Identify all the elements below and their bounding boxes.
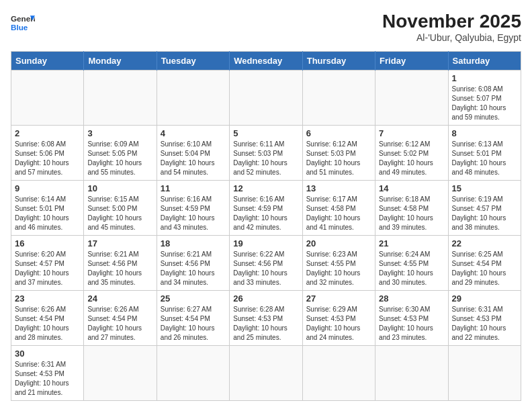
day-info: Sunrise: 6:13 AM Sunset: 5:01 PM Dayligh… — [452, 140, 517, 177]
calendar-cell: 20Sunrise: 6:23 AM Sunset: 4:55 PM Dayli… — [302, 236, 375, 291]
day-info: Sunrise: 6:21 AM Sunset: 4:56 PM Dayligh… — [87, 250, 152, 287]
calendar-cell: 16Sunrise: 6:20 AM Sunset: 4:57 PM Dayli… — [11, 236, 84, 291]
calendar-cell: 10Sunrise: 6:15 AM Sunset: 5:00 PM Dayli… — [84, 181, 157, 236]
weekday-friday: Friday — [375, 52, 448, 71]
calendar-cell — [302, 71, 375, 126]
day-info: Sunrise: 6:23 AM Sunset: 4:55 PM Dayligh… — [306, 250, 371, 287]
calendar-cell: 12Sunrise: 6:16 AM Sunset: 4:59 PM Dayli… — [230, 181, 302, 236]
calendar-cell — [157, 346, 229, 401]
weekday-sunday: Sunday — [11, 52, 84, 71]
day-number: 7 — [379, 128, 444, 138]
day-number: 27 — [306, 293, 371, 304]
day-info: Sunrise: 6:28 AM Sunset: 4:53 PM Dayligh… — [233, 305, 298, 342]
day-info: Sunrise: 6:30 AM Sunset: 4:53 PM Dayligh… — [379, 305, 444, 342]
day-info: Sunrise: 6:10 AM Sunset: 5:04 PM Dayligh… — [161, 140, 226, 177]
calendar-cell: 21Sunrise: 6:24 AM Sunset: 4:55 PM Dayli… — [375, 236, 448, 291]
day-number: 22 — [452, 238, 517, 248]
weekday-saturday: Saturday — [448, 52, 521, 71]
day-number: 17 — [87, 238, 152, 248]
day-number: 15 — [452, 183, 517, 193]
calendar-cell — [448, 346, 521, 401]
day-number: 11 — [161, 183, 226, 193]
day-info: Sunrise: 6:24 AM Sunset: 4:55 PM Dayligh… — [379, 250, 444, 287]
day-number: 14 — [379, 183, 444, 193]
calendar-cell: 28Sunrise: 6:30 AM Sunset: 4:53 PM Dayli… — [375, 291, 448, 346]
calendar-cell: 7Sunrise: 6:12 AM Sunset: 5:02 PM Daylig… — [375, 126, 448, 181]
day-number: 28 — [379, 293, 444, 304]
day-info: Sunrise: 6:20 AM Sunset: 4:57 PM Dayligh… — [15, 250, 80, 287]
calendar-cell — [157, 71, 229, 126]
calendar-cell: 27Sunrise: 6:29 AM Sunset: 4:53 PM Dayli… — [302, 291, 375, 346]
weekday-header-row: SundayMondayTuesdayWednesdayThursdayFrid… — [11, 52, 521, 71]
calendar-cell: 19Sunrise: 6:22 AM Sunset: 4:56 PM Dayli… — [230, 236, 302, 291]
day-info: Sunrise: 6:19 AM Sunset: 4:57 PM Dayligh… — [452, 195, 517, 232]
day-info: Sunrise: 6:08 AM Sunset: 5:06 PM Dayligh… — [15, 140, 80, 177]
day-info: Sunrise: 6:26 AM Sunset: 4:54 PM Dayligh… — [87, 305, 152, 342]
day-number: 9 — [15, 183, 80, 193]
day-info: Sunrise: 6:31 AM Sunset: 4:53 PM Dayligh… — [452, 305, 517, 342]
calendar-cell: 14Sunrise: 6:18 AM Sunset: 4:58 PM Dayli… — [375, 181, 448, 236]
calendar-cell: 2Sunrise: 6:08 AM Sunset: 5:06 PM Daylig… — [11, 126, 84, 181]
day-number: 30 — [15, 349, 80, 359]
day-number: 12 — [233, 183, 298, 193]
calendar-cell — [84, 71, 157, 126]
calendar-cell: 11Sunrise: 6:16 AM Sunset: 4:59 PM Dayli… — [157, 181, 229, 236]
day-number: 10 — [87, 183, 152, 193]
day-info: Sunrise: 6:09 AM Sunset: 5:05 PM Dayligh… — [87, 140, 152, 177]
day-number: 20 — [306, 238, 371, 248]
day-number: 23 — [15, 293, 80, 304]
calendar-cell: 17Sunrise: 6:21 AM Sunset: 4:56 PM Dayli… — [84, 236, 157, 291]
calendar-cell — [11, 71, 84, 126]
weekday-thursday: Thursday — [302, 52, 375, 71]
day-number: 13 — [306, 183, 371, 193]
day-number: 18 — [161, 238, 226, 248]
day-number: 6 — [306, 128, 371, 138]
calendar-cell: 9Sunrise: 6:14 AM Sunset: 5:01 PM Daylig… — [11, 181, 84, 236]
calendar-cell — [375, 346, 448, 401]
day-number: 4 — [161, 128, 226, 138]
calendar-cell: 30Sunrise: 6:31 AM Sunset: 4:53 PM Dayli… — [11, 346, 84, 401]
day-number: 5 — [233, 128, 298, 138]
calendar-cell: 4Sunrise: 6:10 AM Sunset: 5:04 PM Daylig… — [157, 126, 229, 181]
day-info: Sunrise: 6:25 AM Sunset: 4:54 PM Dayligh… — [452, 250, 517, 287]
day-number: 26 — [233, 293, 298, 304]
day-info: Sunrise: 6:26 AM Sunset: 4:54 PM Dayligh… — [15, 305, 80, 342]
calendar-week-2: 9Sunrise: 6:14 AM Sunset: 5:01 PM Daylig… — [11, 181, 521, 236]
calendar-cell: 24Sunrise: 6:26 AM Sunset: 4:54 PM Dayli… — [84, 291, 157, 346]
page-header: General Blue November 2025 Al-'Ubur, Qal… — [11, 11, 521, 43]
day-number: 2 — [15, 128, 80, 138]
calendar-cell: 26Sunrise: 6:28 AM Sunset: 4:53 PM Dayli… — [230, 291, 302, 346]
day-info: Sunrise: 6:14 AM Sunset: 5:01 PM Dayligh… — [15, 195, 80, 232]
day-number: 16 — [15, 238, 80, 248]
calendar-cell: 13Sunrise: 6:17 AM Sunset: 4:58 PM Dayli… — [302, 181, 375, 236]
day-info: Sunrise: 6:12 AM Sunset: 5:03 PM Dayligh… — [306, 140, 371, 177]
day-info: Sunrise: 6:11 AM Sunset: 5:03 PM Dayligh… — [233, 140, 298, 177]
logo: General Blue — [11, 11, 35, 35]
calendar-cell: 3Sunrise: 6:09 AM Sunset: 5:05 PM Daylig… — [84, 126, 157, 181]
day-info: Sunrise: 6:16 AM Sunset: 4:59 PM Dayligh… — [161, 195, 226, 232]
day-number: 1 — [452, 73, 517, 83]
calendar-body: 1Sunrise: 6:08 AM Sunset: 5:07 PM Daylig… — [11, 71, 521, 401]
day-info: Sunrise: 6:15 AM Sunset: 5:00 PM Dayligh… — [87, 195, 152, 232]
calendar-cell: 23Sunrise: 6:26 AM Sunset: 4:54 PM Dayli… — [11, 291, 84, 346]
day-info: Sunrise: 6:31 AM Sunset: 4:53 PM Dayligh… — [15, 360, 80, 398]
day-info: Sunrise: 6:16 AM Sunset: 4:59 PM Dayligh… — [233, 195, 298, 232]
svg-text:General: General — [11, 14, 35, 23]
day-info: Sunrise: 6:08 AM Sunset: 5:07 PM Dayligh… — [452, 85, 517, 122]
day-number: 25 — [161, 293, 226, 304]
calendar-week-0: 1Sunrise: 6:08 AM Sunset: 5:07 PM Daylig… — [11, 71, 521, 126]
calendar-title: November 2025 — [382, 11, 521, 32]
calendar-cell — [302, 346, 375, 401]
day-number: 19 — [233, 238, 298, 248]
calendar-cell — [375, 71, 448, 126]
calendar-week-3: 16Sunrise: 6:20 AM Sunset: 4:57 PM Dayli… — [11, 236, 521, 291]
calendar-subtitle: Al-'Ubur, Qalyubia, Egypt — [382, 32, 521, 43]
calendar-week-5: 30Sunrise: 6:31 AM Sunset: 4:53 PM Dayli… — [11, 346, 521, 401]
day-info: Sunrise: 6:27 AM Sunset: 4:54 PM Dayligh… — [161, 305, 226, 342]
weekday-monday: Monday — [84, 52, 157, 71]
weekday-tuesday: Tuesday — [157, 52, 229, 71]
calendar-cell: 5Sunrise: 6:11 AM Sunset: 5:03 PM Daylig… — [230, 126, 302, 181]
day-number: 24 — [87, 293, 152, 304]
calendar-week-4: 23Sunrise: 6:26 AM Sunset: 4:54 PM Dayli… — [11, 291, 521, 346]
day-number: 3 — [87, 128, 152, 138]
